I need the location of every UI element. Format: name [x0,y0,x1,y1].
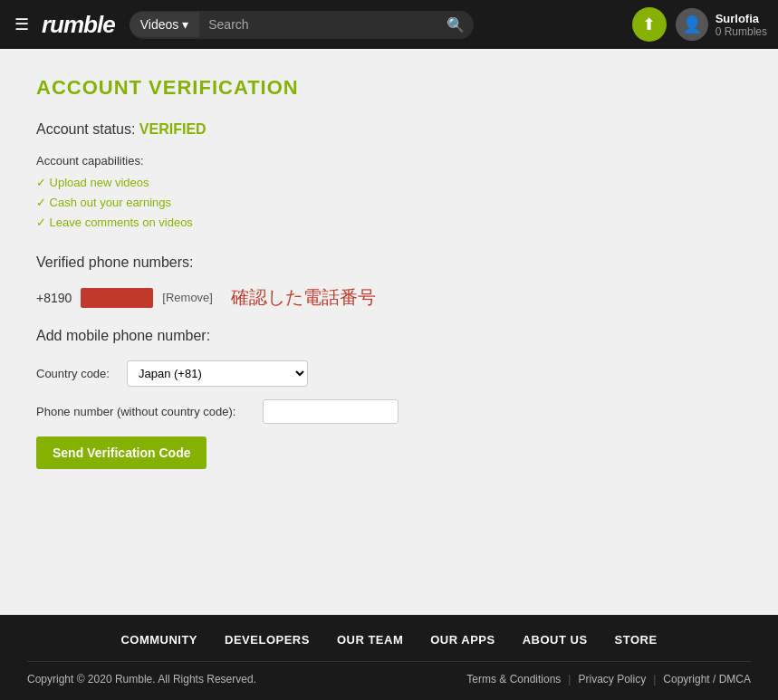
username: Surlofia [716,12,767,25]
site-footer: COMMUNITY DEVELOPERS OUR TEAM OUR APPS A… [0,615,778,700]
country-select[interactable]: Japan (+81) United States (+1) United Ki… [127,360,308,387]
footer-nav-our-team[interactable]: OUR TEAM [337,633,403,647]
videos-dropdown[interactable]: Videos ▾ [130,12,200,37]
phone-number-input[interactable] [263,399,399,424]
verified-phones-title: Verified phone numbers: [36,254,742,271]
footer-nav-community[interactable]: COMMUNITY [120,633,197,647]
account-status-value: VERIFIED [139,121,207,137]
menu-icon[interactable]: ☰ [11,11,33,38]
phone-number-label: Phone number (without country code): [36,405,254,418]
phone-prefix: +8190 [36,291,72,305]
footer-nav: COMMUNITY DEVELOPERS OUR TEAM OUR APPS A… [27,633,751,647]
search-icon: 🔍 [447,17,465,33]
capabilities-label: Account capabilities: [36,154,742,168]
header-right: ⬆ 👤 Surlofia 0 Rumbles [632,7,767,42]
footer-sep-2: | [653,673,656,686]
avatar: 👤 [676,8,708,41]
phone-redacted [81,288,153,308]
search-bar: Videos ▾ 🔍 [130,11,474,39]
phone-remove-button[interactable]: [Remove] [162,291,213,304]
main-content: ACCOUNT VERIFICATION Account status: VER… [0,49,778,615]
user-icon: 👤 [682,14,702,34]
site-header: ☰ rumble Videos ▾ 🔍 ⬆ 👤 Surlofia 0 Rumbl… [0,0,778,49]
send-verification-button[interactable]: Send Verification Code [36,436,207,469]
phone-number-row: Phone number (without country code): [36,399,742,424]
search-button[interactable]: 🔍 [437,11,474,39]
upload-icon: ⬆ [642,14,656,34]
footer-nav-about-us[interactable]: ABOUT US [523,633,588,647]
add-phone-title: Add mobile phone number: [36,328,742,344]
dropdown-icon: ▾ [182,17,188,32]
user-info: Surlofia 0 Rumbles [716,12,767,38]
footer-privacy-link[interactable]: Privacy Policy [578,673,646,686]
country-label: Country code: [36,367,118,380]
page-title: ACCOUNT VERIFICATION [36,76,742,100]
footer-terms-link[interactable]: Terms & Conditions [466,673,561,686]
upload-button[interactable]: ⬆ [632,7,667,42]
footer-sep-1: | [568,673,571,686]
user-menu[interactable]: 👤 Surlofia 0 Rumbles [676,8,767,41]
account-status-label: Account status: [36,121,135,137]
copyright-text: Copyright © 2020 Rumble. All Rights Rese… [27,673,256,686]
country-code-row: Country code: Japan (+81) United States … [36,360,742,387]
phone-label-jp: 確認した電話番号 [231,285,376,310]
account-status-row: Account status: VERIFIED [36,121,742,138]
search-input[interactable] [199,12,437,37]
footer-nav-store[interactable]: STORE [615,633,658,647]
footer-links: Terms & Conditions | Privacy Policy | Co… [466,673,751,686]
footer-dmca-link[interactable]: Copyright / DMCA [663,673,751,686]
footer-nav-developers[interactable]: DEVELOPERS [225,633,310,647]
site-logo[interactable]: rumble [42,11,115,39]
capability-comments: ✓ Leave comments on videos [36,213,742,233]
capability-upload: ✓ Upload new videos [36,173,742,193]
capabilities-section: Account capabilities: ✓ Upload new video… [36,154,742,233]
footer-bottom: Copyright © 2020 Rumble. All Rights Rese… [27,661,751,686]
rumbles-count: 0 Rumbles [716,25,767,38]
phone-entry: +8190 [Remove] 確認した電話番号 [36,285,742,310]
videos-label: Videos [140,17,179,32]
capability-cashout: ✓ Cash out your earnings [36,193,742,213]
footer-nav-our-apps[interactable]: OUR APPS [430,633,495,647]
